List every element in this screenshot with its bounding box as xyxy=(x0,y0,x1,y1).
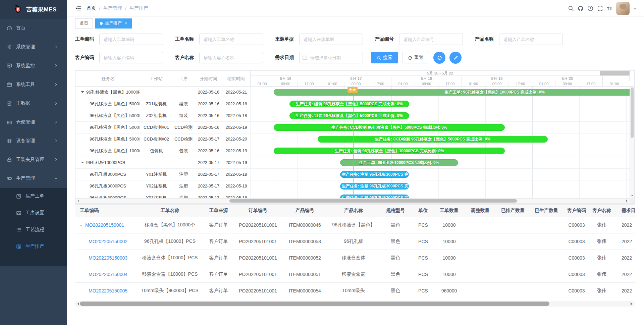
gantt-bar-5[interactable]: 生产任务: 包装 96孔移液盒【黑色】10000PCS 完成比例: 0% xyxy=(274,148,505,154)
tab-生产排产[interactable]: 生产排产× xyxy=(95,18,132,29)
scroll-down-arrow-icon[interactable] xyxy=(630,194,635,198)
breadcrumb-item-0[interactable]: 首页 xyxy=(87,5,96,11)
orders-row-3[interactable]: MO202205150004移液盒盒盖【10000】PCS客户订单PO20220… xyxy=(75,266,635,283)
gantt-bar-3[interactable]: 生产任务: CCD检测 96孔移液盒【黑色】5000PCS 完成比例: 0% xyxy=(274,124,505,131)
reset-button[interactable]: 重置 xyxy=(402,52,429,63)
sidebar-subitem-工艺流程[interactable]: 工艺流程 xyxy=(0,221,67,238)
orders-scrollbar-thumb[interactable] xyxy=(80,302,549,306)
gantt-bar-8[interactable]: 生产任务: 注塑 96孔孔板3000PCS 完成比例: 0% xyxy=(340,183,409,189)
fontsize-icon[interactable]: тT xyxy=(607,5,612,11)
sidebar-item-3[interactable]: 系统工具 xyxy=(0,75,67,94)
gantt-task-name: 96孔孔板10000PCS xyxy=(81,157,140,168)
orders-row-1[interactable]: MO20220515000296孔孔板【10000】PCS客户订单PO20220… xyxy=(75,233,635,250)
tree-collapse-icon[interactable] xyxy=(81,91,84,95)
chevron-right-icon xyxy=(54,158,58,161)
filter-label: 客户名称 xyxy=(175,55,196,61)
gantt-hour-tick: 09:00 xyxy=(556,81,579,87)
orders-column-需求日期: 需求日期 xyxy=(613,208,635,214)
filter-input-工单名称[interactable] xyxy=(199,34,263,45)
filter-input-客户编码[interactable] xyxy=(99,52,163,63)
orders-cell: 2022 xyxy=(613,222,635,228)
user-dropdown-caret-icon[interactable] xyxy=(633,8,637,11)
menu-fold-icon[interactable] xyxy=(75,5,81,11)
tree-collapse-icon[interactable] xyxy=(81,162,84,165)
orders-row-0[interactable]: MO202205150001移液盒【黑色】10000个客户订单PO2022051… xyxy=(75,217,635,233)
work-order-link[interactable]: MO202205150001 xyxy=(85,222,124,228)
row-expand-icon[interactable] xyxy=(79,224,83,227)
gantt-bar-1[interactable]: 生产任务: 组装 96孔移液盒【黑色】5000PCS 完成比例: 0% xyxy=(289,101,409,107)
monitor-icon xyxy=(7,63,12,68)
sidebar-subitem-工序设置[interactable]: 工序设置 xyxy=(0,205,67,221)
orders-cell: PO202205101001 xyxy=(234,272,281,277)
orders-row-4[interactable]: MO20220515000510mm吸头【960000】PCS客户订单PO202… xyxy=(75,283,635,299)
gantt-station: CCD检测#02 xyxy=(141,133,172,145)
gantt-hour-tick: 01:00 xyxy=(321,81,344,87)
gantt-hour-tick: 17:00 xyxy=(368,81,391,87)
filter-input-产品名称[interactable] xyxy=(499,34,563,45)
sidebar-item-label: 系统管理 xyxy=(16,44,54,50)
gantt-start-date: 2022-05-16 xyxy=(195,87,222,98)
scroll-right-arrow-icon[interactable] xyxy=(626,200,629,202)
sidebar-item-5[interactable]: 仓储管理 xyxy=(0,113,67,131)
gantt-hscroll-thumb[interactable] xyxy=(229,199,517,203)
app-logo[interactable]: K 苦糖果MES xyxy=(0,0,67,19)
breadcrumb-item-2[interactable]: 生产排产 xyxy=(129,5,148,11)
dashboard-icon xyxy=(7,25,12,31)
fullscreen-icon[interactable] xyxy=(597,5,603,11)
orders-cell: ITEM00000054 xyxy=(281,288,328,293)
gantt-horizontal-scrollbar[interactable] xyxy=(75,198,630,203)
sidebar-item-7[interactable]: 工装夹具管理 xyxy=(0,150,67,169)
gantt-bar-6[interactable]: 生产工单: 96孔孔板10000PCS 完成比例: 0% xyxy=(340,159,459,166)
sidebar-item-1[interactable]: 系统管理 xyxy=(0,38,67,56)
tab-首页[interactable]: 首页 xyxy=(75,18,93,29)
edit-schedule-button[interactable] xyxy=(449,52,462,64)
gantt-vscroll-thumb[interactable] xyxy=(631,88,634,138)
filter-label: 工单名称 xyxy=(175,36,196,42)
orders-row-2[interactable]: MO202205150003移液盒盒体【10000】PCS客户订单PO20220… xyxy=(75,250,635,266)
filter-input-来源单据[interactable] xyxy=(299,34,363,45)
gantt-bar-0[interactable]: 生产工单: 96孔移液盒【黑色】10000PCS 完成比例: 0% xyxy=(274,89,630,96)
sidebar-item-8[interactable]: 生产管理 xyxy=(0,169,67,188)
warehouse-icon xyxy=(7,119,12,125)
orders-cell: 2022 xyxy=(613,272,635,277)
sidebar-item-2[interactable]: 系统监控 xyxy=(0,56,67,75)
gantt-scale-hours: 01:0009:0017:0001:0009:0017:0001:0009:00… xyxy=(251,81,630,87)
sidebar-item-6[interactable]: 设备管理 xyxy=(0,131,67,150)
gantt-task-name-text: 96孔孔板3000PCS xyxy=(90,180,126,192)
gantt-station: 包装机 xyxy=(141,145,172,157)
work-order-link[interactable]: MO202205150004 xyxy=(89,272,127,277)
sidebar-subitem-生产工单[interactable]: 生产工单 xyxy=(0,188,67,205)
filter-input-客户名称[interactable] xyxy=(199,52,263,63)
tab-close-icon[interactable]: × xyxy=(125,21,127,25)
breadcrumb-item-1[interactable]: 生产管理 xyxy=(103,5,122,11)
search-button[interactable]: 搜索 xyxy=(371,52,398,63)
refresh-gantt-button[interactable] xyxy=(433,52,445,64)
scroll-left-arrow-icon[interactable] xyxy=(76,200,79,202)
sidebar-subitem-生产排产[interactable]: 生产排产 xyxy=(0,238,67,255)
scroll-right-arrow-icon[interactable] xyxy=(631,302,634,306)
filter-input-需求日期[interactable] xyxy=(299,52,363,63)
orders-horizontal-scrollbar[interactable] xyxy=(75,301,635,307)
github-icon[interactable] xyxy=(578,5,584,11)
gantt-vertical-scrollbar[interactable] xyxy=(630,87,634,198)
gantt-scale-days: 5月 165月 175月 185月 195月 20 xyxy=(251,76,630,81)
gantt-bar-4[interactable]: 生产任务: CCD检测 96孔移液盒【黑色】5000PCS 完成比例: 0% xyxy=(318,136,548,143)
gantt-bar-7[interactable]: 生产任务: 注塑 96孔孔板3000PCS 完成比例: 0% xyxy=(340,171,409,178)
work-order-link[interactable]: MO202205150003 xyxy=(89,255,127,261)
work-order-link[interactable]: MO202205150002 xyxy=(89,239,127,244)
calendar-icon xyxy=(302,55,308,60)
help-icon[interactable]: ? xyxy=(587,5,593,11)
sidebar-item-0[interactable]: 首页 xyxy=(0,19,67,38)
orders-cell: 张伟 xyxy=(590,255,613,261)
sidebar-item-4[interactable]: 主数据 xyxy=(0,94,67,113)
scroll-left-arrow-icon[interactable] xyxy=(76,302,79,306)
search-icon[interactable] xyxy=(568,5,574,11)
gantt-start-date: 2022-05-17 xyxy=(195,157,222,168)
work-order-link[interactable]: MO202205150005 xyxy=(89,288,127,293)
filter-input-产品编号[interactable] xyxy=(399,34,463,45)
user-avatar[interactable] xyxy=(616,2,630,15)
app-logo-icon: K xyxy=(13,5,23,14)
filter-input-工单编码[interactable] xyxy=(99,34,163,45)
gantt-station: Y02注塑机 xyxy=(141,180,172,192)
gantt-bar-2[interactable]: 生产任务: 组装 96孔移液盒【黑色】5000PCS 完成比例: 0% xyxy=(289,112,409,119)
